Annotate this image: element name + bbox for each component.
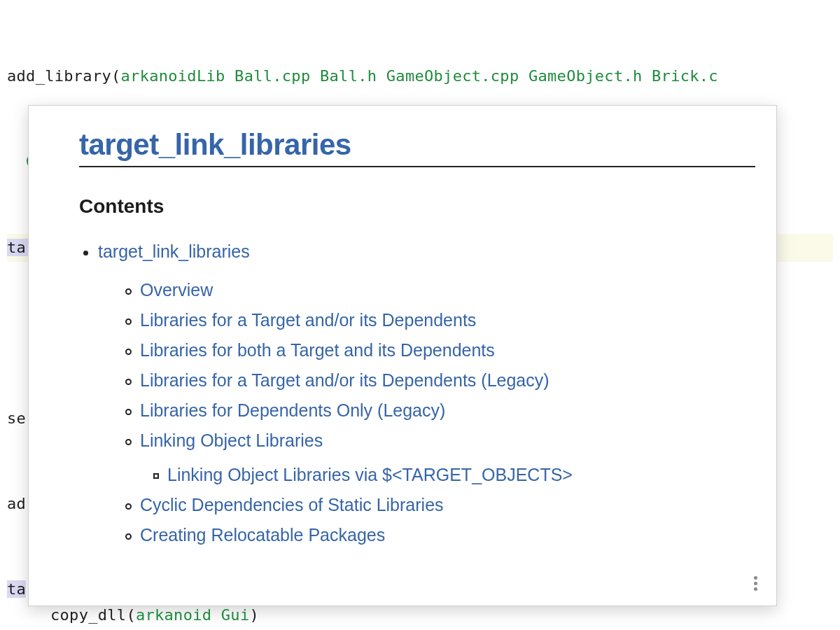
toc-link[interactable]: Linking Object Libraries via $<TARGET_OB… xyxy=(167,465,573,484)
toc-item[interactable]: Creating Relocatable Packages xyxy=(125,525,755,545)
toc-link[interactable]: Libraries for a Target and/or its Depend… xyxy=(140,310,476,330)
toc-link[interactable]: Libraries for Dependents Only (Legacy) xyxy=(140,400,445,420)
bullet-icon xyxy=(83,251,88,255)
toc-item[interactable]: Libraries for Dependents Only (Legacy) xyxy=(125,400,755,421)
fn-copy-dll: copy_dll xyxy=(50,606,126,624)
bullet-icon xyxy=(125,288,132,295)
toc-item[interactable]: Linking Object Libraries Linking Object … xyxy=(125,430,755,485)
toc-subitem[interactable]: Linking Object Libraries via $<TARGET_OB… xyxy=(153,465,755,485)
args-add-library: arkanoidLib Ball.cpp Ball.h GameObject.c… xyxy=(121,67,718,85)
toc-item[interactable]: Cyclic Dependencies of Static Libraries xyxy=(125,495,755,515)
bullet-icon xyxy=(125,533,132,540)
bullet-icon xyxy=(125,409,132,415)
toc-link[interactable]: Libraries for a Target and/or its Depend… xyxy=(140,370,550,390)
toc-link[interactable]: Cyclic Dependencies of Static Libraries xyxy=(140,495,444,514)
toc-link[interactable]: Overview xyxy=(140,280,213,300)
toc-link[interactable]: Libraries for both a Target and its Depe… xyxy=(140,340,495,360)
bullet-icon xyxy=(125,349,132,355)
toc-item[interactable]: Libraries for a Target and/or its Depend… xyxy=(125,310,755,330)
code-line-1: add_library(arkanoidLib Ball.cpp Ball.h … xyxy=(7,62,833,91)
toc-item[interactable]: Libraries for both a Target and its Depe… xyxy=(125,340,755,360)
code-line-bottom: copy_dll(arkanoid Gui) xyxy=(0,606,840,624)
toc-link[interactable]: Creating Relocatable Packages xyxy=(140,525,385,545)
toc-link[interactable]: Linking Object Libraries xyxy=(140,430,323,450)
bullet-icon xyxy=(125,379,132,385)
toc-item-overview[interactable]: Overview xyxy=(125,280,755,300)
bullet-icon xyxy=(153,473,159,479)
popup-title: target_link_libraries xyxy=(79,128,755,167)
toc-root-item[interactable]: target_link_libraries Overview Libraries… xyxy=(79,241,755,545)
toc-item[interactable]: Libraries for a Target and/or its Depend… xyxy=(125,370,755,391)
toc-link-root[interactable]: target_link_libraries xyxy=(98,241,250,261)
documentation-popup[interactable]: target_link_libraries Contents target_li… xyxy=(28,105,777,606)
bullet-icon xyxy=(125,503,132,510)
bullet-icon xyxy=(125,439,132,445)
popup-contents-heading: Contents xyxy=(79,195,755,218)
more-options-icon[interactable] xyxy=(747,575,764,592)
popup-toc: target_link_libraries Overview Libraries… xyxy=(79,241,755,545)
fn-add-library: add_library xyxy=(7,67,111,85)
bullet-icon xyxy=(125,318,132,325)
